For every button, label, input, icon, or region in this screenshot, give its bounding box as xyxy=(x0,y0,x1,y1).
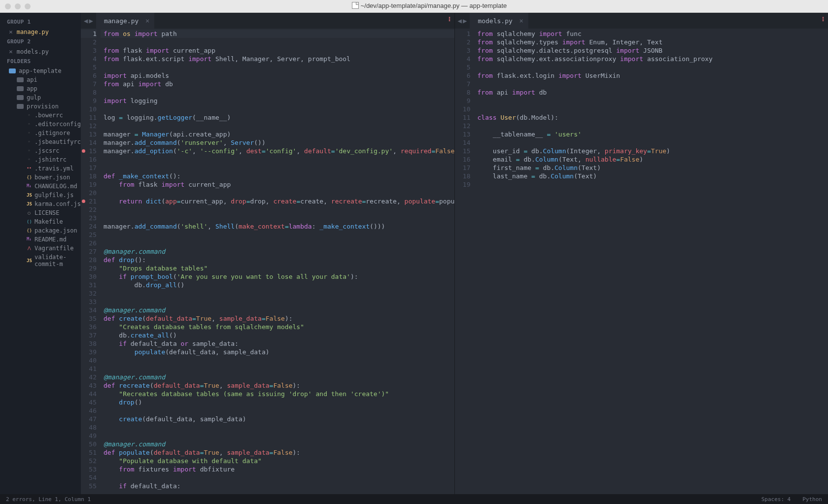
open-file-label: models.py xyxy=(17,48,49,55)
nav-forward-icon[interactable]: ▶ xyxy=(89,17,93,25)
folder-api[interactable]: api xyxy=(0,75,81,84)
file-karma.conf.js[interactable]: JSkarma.conf.js xyxy=(0,200,81,208)
folder-label: api xyxy=(27,76,37,83)
code-editor[interactable]: 12345678910111213141516171819 from sqlal… xyxy=(455,29,828,494)
close-icon[interactable]: × xyxy=(9,48,13,55)
file-label: CHANGELOG.md xyxy=(34,183,77,190)
file-LICENSE[interactable]: ○LICENSE xyxy=(0,208,81,217)
file-label: .bowerrc xyxy=(34,112,63,119)
file-Makefile[interactable]: ⟨⟩Makefile xyxy=(0,217,81,226)
line-gutter: 12345678910111213141516171819 xyxy=(455,29,475,494)
close-window-icon[interactable] xyxy=(5,3,11,9)
folders-header: FOLDERS xyxy=(0,56,81,67)
folder-icon xyxy=(17,95,24,100)
group-header-2[interactable]: GROUP 2 xyxy=(0,36,81,47)
file-CHANGELOG.md[interactable]: M↓CHANGELOG.md xyxy=(0,182,81,191)
folder-label: gulp xyxy=(27,94,41,101)
folder-icon xyxy=(17,104,24,109)
tab-menu-icon[interactable]: ⋯ xyxy=(819,16,828,25)
tab-menu-icon[interactable]: ⋯ xyxy=(445,16,454,25)
editor-pane-right: ◀ ▶ models.py × ⋯ 1234567891011121314151… xyxy=(454,13,828,494)
close-icon[interactable]: × xyxy=(145,17,149,25)
group-header-1[interactable]: GROUP 1 xyxy=(0,17,81,27)
file-.travis.yml[interactable]: ••.travis.yml xyxy=(0,164,81,173)
tab-models[interactable]: models.py × xyxy=(470,13,528,29)
window-title-text: ~/dev/app-template/api/manage.py — app-t… xyxy=(361,2,507,9)
file-label: .editorconfig xyxy=(34,121,81,128)
titlebar: ~/dev/app-template/api/manage.py — app-t… xyxy=(0,0,828,13)
tab-history-nav: ◀ ▶ xyxy=(455,17,470,25)
tab-bar: ◀ ▶ manage.py × ⋯ xyxy=(81,13,454,29)
window-controls xyxy=(5,3,31,9)
status-syntax[interactable]: Python xyxy=(802,496,822,503)
code-editor[interactable]: 1234567891011121314151617181920212223242… xyxy=(81,29,454,494)
tab-label: models.py xyxy=(478,17,512,25)
tab-history-nav: ◀ ▶ xyxy=(81,17,96,25)
file-label: Vagrantfile xyxy=(34,245,73,252)
tab-manage[interactable]: manage.py × xyxy=(96,13,154,29)
file-label: .travis.yml xyxy=(34,165,73,172)
folder-icon xyxy=(17,77,24,82)
tab-bar: ◀ ▶ models.py × ⋯ xyxy=(455,13,828,29)
file-label: gulpfile.js xyxy=(34,192,73,199)
file-.gitignore[interactable]: ◦.gitignore xyxy=(0,129,81,137)
folder-root[interactable]: app-template xyxy=(0,67,81,75)
folder-gulp[interactable]: gulp xyxy=(0,93,81,102)
file-.jsbeautifyrc[interactable]: ◦.jsbeautifyrc xyxy=(0,137,81,146)
file-label: karma.conf.js xyxy=(34,201,81,207)
file-label: .jscsrc xyxy=(34,147,60,154)
file-README.md[interactable]: M↓README.md xyxy=(0,235,81,244)
file-bower.json[interactable]: {}bower.json xyxy=(0,173,81,182)
status-bar: 2 errors, Line 1, Column 1 Spaces: 4 Pyt… xyxy=(0,494,828,504)
file-.jshintrc[interactable]: ◦.jshintrc xyxy=(0,155,81,164)
tab-label: manage.py xyxy=(104,17,138,25)
minimize-window-icon[interactable] xyxy=(15,3,21,9)
open-file-manage[interactable]: × manage.py xyxy=(0,27,81,36)
file-label: .gitignore xyxy=(34,130,70,136)
line-gutter: 1234567891011121314151617181920212223242… xyxy=(81,29,101,494)
open-file-models[interactable]: × models.py xyxy=(0,47,81,56)
file-Vagrantfile[interactable]: ⋀Vagrantfile xyxy=(0,244,81,253)
file-.jscsrc[interactable]: ◦.jscsrc xyxy=(0,146,81,155)
file-validate-commit-m[interactable]: JSvalidate-commit-m xyxy=(0,253,81,269)
file-label: .jshintrc xyxy=(34,156,67,163)
code-area[interactable]: from os import path from flask import cu… xyxy=(101,29,454,494)
file-label: bower.json xyxy=(34,174,70,181)
file-.editorconfig[interactable]: ◦.editorconfig xyxy=(0,120,81,129)
folder-icon xyxy=(17,86,24,91)
folder-app[interactable]: app xyxy=(0,84,81,93)
folder-label: app-template xyxy=(19,67,62,74)
window-title: ~/dev/app-template/api/manage.py — app-t… xyxy=(31,2,828,11)
file-icon xyxy=(352,2,359,9)
file-label: LICENSE xyxy=(34,209,60,216)
folder-label: app xyxy=(27,85,37,92)
file-label: validate-commit-m xyxy=(34,254,81,268)
nav-back-icon[interactable]: ◀ xyxy=(84,17,88,25)
status-indent[interactable]: Spaces: 4 xyxy=(761,496,791,503)
code-area[interactable]: from sqlalchemy import funcfrom sqlalche… xyxy=(475,29,828,494)
folder-icon xyxy=(9,68,16,73)
zoom-window-icon[interactable] xyxy=(25,3,31,9)
open-file-label: manage.py xyxy=(17,29,49,35)
file-label: .jsbeautifyrc xyxy=(34,138,81,145)
file-gulpfile.js[interactable]: JSgulpfile.js xyxy=(0,191,81,200)
nav-forward-icon[interactable]: ▶ xyxy=(463,17,467,25)
file-.bowerrc[interactable]: ◦.bowerrc xyxy=(0,111,81,120)
file-label: Makefile xyxy=(34,218,63,225)
sidebar: GROUP 1 × manage.py GROUP 2 × models.py … xyxy=(0,13,81,494)
close-icon[interactable]: × xyxy=(9,28,13,35)
folder-provision[interactable]: provision xyxy=(0,102,81,111)
close-icon[interactable]: × xyxy=(519,17,523,25)
file-label: README.md xyxy=(34,236,67,243)
editor-pane-left: ◀ ▶ manage.py × ⋯ 1234567891011121314151… xyxy=(81,13,454,494)
file-label: package.json xyxy=(34,227,77,234)
file-package.json[interactable]: {}package.json xyxy=(0,226,81,235)
status-cursor[interactable]: 2 errors, Line 1, Column 1 xyxy=(6,496,91,503)
folder-label: provision xyxy=(27,103,59,110)
nav-back-icon[interactable]: ◀ xyxy=(458,17,462,25)
